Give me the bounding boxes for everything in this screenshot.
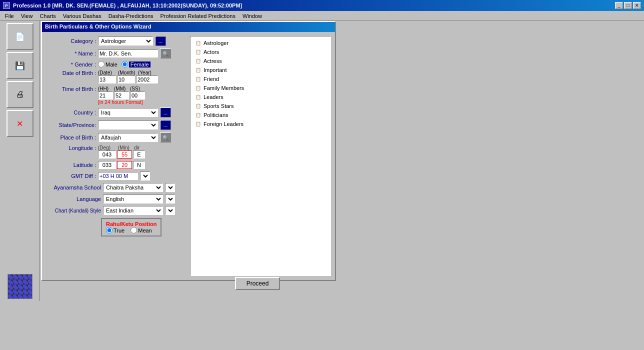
title-text: P Profession 1.0 [MR. DK. SEN.(FEMALE) ,…: [3, 2, 242, 9]
gender-male-label[interactable]: Male: [98, 61, 118, 68]
sidebar-btn-3[interactable]: 🖨: [6, 81, 34, 108]
category-item-actress[interactable]: 📋 Actress: [192, 56, 328, 66]
gender-female-radio[interactable]: [122, 61, 128, 68]
longitude-deg-input[interactable]: [98, 150, 116, 158]
state-label: State/Province:: [46, 122, 96, 128]
longitude-dir-input[interactable]: [133, 150, 145, 158]
place-row: Place of Birth : Alfaujah 🔍: [46, 132, 186, 142]
long-deg-label: (Deg): [98, 145, 117, 150]
longitude-min-input[interactable]: [117, 150, 132, 158]
ayanamsha-select[interactable]: Chaitra Paksha: [103, 183, 163, 192]
gender-row: * Gender : Male Female: [46, 61, 186, 68]
tob-hh-input[interactable]: [98, 92, 113, 100]
cat-label-friend: Friend: [204, 76, 219, 82]
language-row: Language English: [46, 194, 186, 204]
dob-month-label: (Month): [118, 70, 137, 76]
dob-month-input[interactable]: [117, 76, 135, 84]
state-select[interactable]: [98, 120, 158, 130]
category-item-important[interactable]: 📋 Important: [192, 66, 328, 74]
cat-icon-friend: 📋: [194, 76, 202, 82]
language-select[interactable]: English: [103, 194, 163, 204]
coords-header-long: (Deg) (Min) dir: [98, 145, 146, 150]
gmt-direction-select[interactable]: [140, 172, 150, 180]
name-input[interactable]: [98, 50, 158, 58]
category-select[interactable]: Astrologer: [98, 36, 153, 46]
rahu-mean-radio[interactable]: [130, 227, 137, 234]
cat-label-family: Family Members: [204, 85, 244, 91]
latitude-dir-input[interactable]: [133, 161, 145, 169]
rahu-box: Rahu/Ketu Position True Mean: [101, 218, 162, 236]
ayanamsha-sub-select[interactable]: [165, 183, 175, 192]
cat-icon-family: 📋: [194, 84, 202, 92]
tob-inputs: [98, 92, 145, 100]
cat-icon-astrologer: 📋: [194, 40, 202, 46]
category-item-foreign-leaders[interactable]: 📋 Foreign Leaders: [192, 120, 328, 128]
category-row: Category : Astrologer ...: [46, 36, 186, 46]
dob-date-label: (Date): [98, 70, 117, 76]
category-item-politicians[interactable]: 📋 Politicians: [192, 110, 328, 120]
dialog-body: Category : Astrologer ... * Name : 🔍 * G…: [42, 32, 335, 280]
state-browse-button[interactable]: ...: [160, 120, 171, 130]
language-label: Language: [46, 196, 101, 202]
tob-mm-input[interactable]: [114, 92, 129, 100]
menu-file[interactable]: File: [2, 12, 17, 20]
main-dialog: Birth Particulars & Other Options Wizard…: [41, 21, 336, 281]
category-item-family[interactable]: 📋 Family Members: [192, 84, 328, 92]
latitude-deg-input[interactable]: [98, 161, 116, 169]
rahu-mean-label[interactable]: Mean: [130, 227, 152, 234]
proceed-button[interactable]: Proceed: [235, 277, 280, 290]
category-item-leaders[interactable]: 📋 Leaders: [192, 92, 328, 102]
sidebar-btn-1[interactable]: 📄: [6, 23, 34, 50]
menu-various-dashas[interactable]: Various Dashas: [60, 12, 104, 20]
rahu-true-radio[interactable]: [106, 227, 112, 234]
long-min-label: (Min): [118, 145, 133, 150]
gender-male-radio[interactable]: [98, 61, 104, 68]
cat-label-leaders: Leaders: [204, 94, 224, 100]
chart-style-select[interactable]: East Indian: [103, 206, 163, 215]
gender-label: * Gender :: [46, 62, 96, 68]
category-item-sports[interactable]: 📋 Sports Stars: [192, 102, 328, 110]
close-button[interactable]: ✕: [633, 2, 641, 9]
language-sub-select[interactable]: [165, 194, 175, 204]
rahu-label: Rahu/Ketu Position: [106, 221, 156, 227]
menu-charts[interactable]: Charts: [36, 12, 58, 20]
sidebar-btn-2[interactable]: 💾: [6, 52, 34, 79]
minimize-button[interactable]: _: [615, 2, 623, 9]
dob-group: (Date) (Month) (Year): [98, 70, 160, 84]
place-select[interactable]: Alfaujah: [98, 133, 158, 142]
latitude-min-input[interactable]: [117, 161, 132, 169]
cat-label-foreign-leaders: Foreign Leaders: [204, 121, 244, 127]
cat-icon-actress: 📋: [194, 58, 202, 64]
category-browse-button[interactable]: ...: [155, 36, 166, 46]
cat-icon-important: 📋: [194, 66, 202, 74]
maximize-button[interactable]: □: [624, 2, 632, 9]
tob-ss-input[interactable]: [130, 92, 145, 100]
form-panel: Category : Astrologer ... * Name : 🔍 * G…: [46, 36, 186, 276]
menu-window[interactable]: Window: [240, 12, 265, 20]
category-item-actors[interactable]: 📋 Actors: [192, 48, 328, 56]
cat-icon-actors: 📋: [194, 48, 202, 56]
cat-label-actors: Actors: [204, 49, 219, 55]
gmt-input[interactable]: [98, 172, 138, 180]
category-item-friend[interactable]: 📋 Friend: [192, 74, 328, 84]
country-browse-button[interactable]: ...: [160, 108, 171, 118]
cat-icon-sports: 📋: [194, 102, 202, 110]
gender-female-label[interactable]: Female: [122, 61, 150, 68]
cat-icon-foreign-leaders: 📋: [194, 120, 202, 128]
category-panel[interactable]: 📋 Astrologer 📋 Actors 📋 Actress 📋 Import…: [190, 36, 331, 276]
latitude-row: Latitude :: [46, 161, 186, 169]
cat-label-actress: Actress: [204, 58, 222, 64]
name-search-button[interactable]: 🔍: [160, 48, 171, 58]
menu-dasha-predictions[interactable]: Dasha-Predictions: [106, 12, 156, 20]
country-select[interactable]: Iraq: [98, 108, 158, 117]
dob-year-input[interactable]: [136, 76, 158, 84]
category-label: Category :: [46, 38, 96, 44]
chart-style-sub-select[interactable]: [165, 206, 175, 215]
place-search-button[interactable]: 🔍: [160, 132, 171, 142]
menu-profession-predictions[interactable]: Profession Related Predictions: [158, 12, 238, 20]
category-item-astrologer[interactable]: 📋 Astrologer: [192, 38, 328, 48]
dob-date-input[interactable]: [98, 76, 116, 84]
rahu-true-label[interactable]: True: [106, 227, 124, 234]
menu-view[interactable]: View: [18, 12, 36, 20]
sidebar-btn-4[interactable]: ✕: [6, 110, 34, 137]
